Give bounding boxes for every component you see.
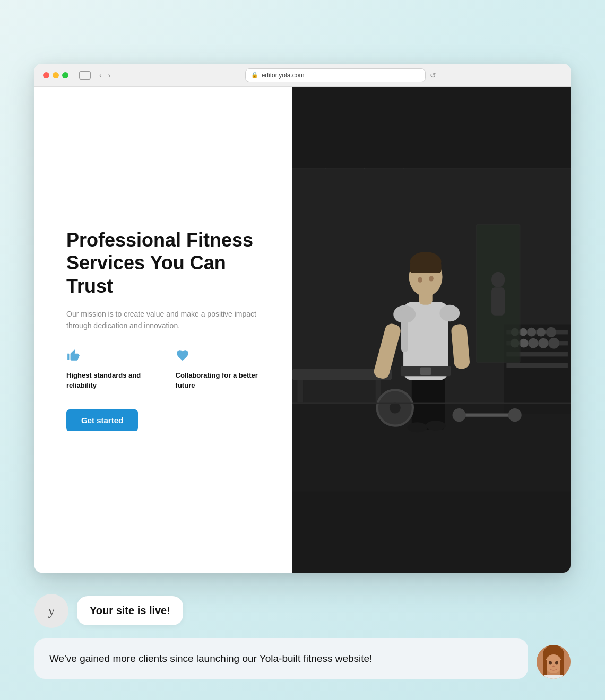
- svg-rect-56: [491, 287, 505, 316]
- svg-rect-47: [410, 262, 441, 273]
- yola-avatar: y: [34, 594, 68, 628]
- svg-point-21: [546, 327, 556, 337]
- heart-icon: [176, 348, 265, 365]
- lock-icon: 🔒: [251, 72, 258, 78]
- svg-point-23: [519, 339, 528, 348]
- gym-illustration: [292, 87, 571, 573]
- svg-point-36: [426, 421, 446, 431]
- chat-area: y Your site is live! We've gained more c…: [34, 594, 571, 679]
- svg-rect-67: [544, 675, 563, 679]
- testimonial-text: We've gained more clients since launchin…: [49, 653, 372, 664]
- user-avatar: [537, 645, 571, 679]
- feature-text-1: Highest standards and reliability: [66, 371, 159, 390]
- close-button[interactable]: [43, 72, 49, 78]
- minimize-button[interactable]: [53, 72, 59, 78]
- svg-rect-62: [543, 660, 547, 676]
- svg-rect-39: [420, 367, 431, 375]
- svg-rect-63: [560, 660, 564, 676]
- notification-bubble: Your site is live!: [77, 596, 183, 625]
- svg-point-35: [407, 422, 427, 432]
- svg-point-31: [452, 408, 465, 422]
- maximize-button[interactable]: [62, 72, 68, 78]
- svg-point-66: [552, 666, 555, 667]
- user-avatar-image: [537, 645, 571, 679]
- features-row: Highest standards and reliability Collab…: [66, 348, 265, 390]
- svg-point-24: [528, 338, 538, 348]
- svg-point-25: [538, 338, 548, 348]
- svg-rect-16: [506, 363, 568, 368]
- hero-subtitle: Our mission is to create value and make …: [66, 308, 265, 332]
- browser-content: Professional Fitness Services You Can Tr…: [34, 87, 571, 573]
- svg-point-26: [548, 338, 559, 349]
- yola-notification: y Your site is live!: [34, 594, 571, 628]
- reload-button[interactable]: ↺: [430, 71, 436, 80]
- browser-chrome: ‹ › 🔒 editor.yola.com ↺: [34, 64, 571, 87]
- svg-point-18: [519, 328, 527, 336]
- browser-nav: ‹ ›: [97, 70, 113, 81]
- notification-text: Your site is live!: [90, 605, 170, 616]
- svg-point-48: [418, 277, 422, 283]
- testimonial-bubble: We've gained more clients since launchin…: [34, 638, 528, 679]
- testimonial-row: We've gained more clients since launchin…: [34, 638, 571, 679]
- feature-item-2: Collaborating for a better future: [176, 348, 265, 390]
- traffic-lights: [43, 72, 68, 78]
- svg-point-55: [491, 272, 505, 287]
- yola-letter: y: [48, 603, 55, 619]
- svg-point-20: [537, 328, 546, 337]
- forward-button[interactable]: ›: [106, 70, 113, 81]
- get-started-button[interactable]: Get started: [66, 409, 138, 431]
- svg-rect-30: [459, 414, 515, 417]
- back-button[interactable]: ‹: [97, 70, 104, 81]
- svg-rect-28: [297, 380, 303, 402]
- left-panel: Professional Fitness Services You Can Tr…: [34, 87, 292, 573]
- svg-point-64: [549, 661, 552, 665]
- svg-point-32: [508, 408, 521, 422]
- address-bar-container: 🔒 editor.yola.com ↺: [119, 68, 562, 82]
- address-bar[interactable]: 🔒 editor.yola.com: [245, 68, 426, 82]
- svg-rect-52: [401, 308, 408, 352]
- svg-point-19: [527, 328, 536, 337]
- url-text: editor.yola.com: [262, 72, 305, 79]
- svg-point-65: [555, 661, 558, 665]
- svg-point-51: [439, 305, 460, 322]
- feature-text-2: Collaborating for a better future: [176, 371, 265, 390]
- feature-item-1: Highest standards and reliability: [66, 348, 159, 390]
- thumbsup-icon: [66, 348, 159, 365]
- svg-rect-57: [292, 402, 571, 404]
- sidebar-toggle-button[interactable]: [79, 71, 91, 80]
- svg-point-49: [429, 276, 433, 282]
- gym-image-panel: [292, 87, 571, 573]
- browser-window: ‹ › 🔒 editor.yola.com ↺ Professional Fit…: [34, 64, 571, 573]
- hero-title: Professional Fitness Services You Can Tr…: [66, 229, 265, 298]
